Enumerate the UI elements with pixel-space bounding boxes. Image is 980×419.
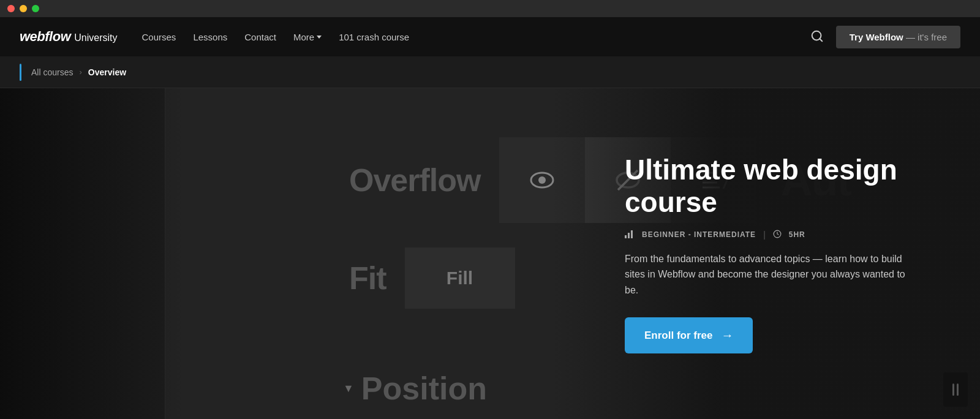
scroll-bar-2 <box>957 383 959 396</box>
title-bar <box>0 0 980 17</box>
ui-position-row: ▼ Position <box>343 370 487 407</box>
svg-rect-11 <box>628 233 630 238</box>
breadcrumb-bar: All courses › Overview <box>0 56 980 88</box>
nav-link-lessons[interactable]: Lessons <box>193 32 227 42</box>
scroll-bar-1 <box>952 383 954 396</box>
scroll-bars <box>952 383 959 396</box>
ui-position-label: Position <box>361 370 487 407</box>
ui-fill-label: Fill <box>447 268 473 289</box>
brand-webflow: webflow <box>20 29 70 45</box>
breadcrumb-current: Overview <box>88 67 126 77</box>
svg-rect-12 <box>631 230 633 238</box>
nav-brand[interactable]: webflow University <box>20 29 118 45</box>
breadcrumb-accent <box>20 64 21 81</box>
svg-point-3 <box>538 176 546 184</box>
ui-dropdown-arrow-icon: ▼ <box>343 382 354 395</box>
bg-left-panel <box>0 88 165 419</box>
traffic-light-green[interactable] <box>32 5 39 12</box>
brand-university: University <box>74 32 117 43</box>
hero-content: Ultimate web design course BEGINNER - IN… <box>551 88 980 419</box>
nav-right: Try Webflow — it's free <box>810 26 960 48</box>
chevron-down-icon <box>317 36 322 39</box>
hero-section: Overflow <box>0 88 980 419</box>
svg-rect-10 <box>625 235 627 238</box>
clock-icon <box>773 230 782 240</box>
ui-fit-label: Fit <box>349 260 386 296</box>
course-description: From the fundamentals to advanced topics… <box>625 251 919 298</box>
enroll-button[interactable]: Enroll for free → <box>625 317 753 353</box>
scroll-indicator <box>943 372 968 407</box>
course-duration: 5HR <box>789 230 805 239</box>
ui-overflow-label: Overflow <box>349 162 481 198</box>
nav-link-crash-course[interactable]: 101 crash course <box>339 32 409 42</box>
svg-line-1 <box>820 39 822 41</box>
nav-link-courses[interactable]: Courses <box>142 32 176 42</box>
breadcrumb-chevron-icon: › <box>79 67 81 77</box>
nav-link-contact[interactable]: Contact <box>244 32 276 42</box>
nav-link-more[interactable]: More <box>293 32 322 42</box>
traffic-light-red[interactable] <box>7 5 15 12</box>
search-icon[interactable] <box>810 29 824 45</box>
enroll-label: Enroll for free <box>644 330 712 342</box>
ui-fill-row: Fit Fill <box>349 247 515 309</box>
level-icon <box>625 230 635 240</box>
course-level: BEGINNER - INTERMEDIATE <box>642 230 756 239</box>
course-title: Ultimate web design course <box>625 154 931 219</box>
try-webflow-button[interactable]: Try Webflow — it's free <box>836 26 960 48</box>
all-courses-link[interactable]: All courses <box>31 67 73 77</box>
navbar: webflow University Courses Lessons Conta… <box>0 17 980 56</box>
meta-divider: | <box>763 230 766 240</box>
course-meta: BEGINNER - INTERMEDIATE | 5HR <box>625 230 931 240</box>
enroll-arrow-icon: → <box>721 328 733 342</box>
ui-fill-box: Fill <box>405 247 515 309</box>
nav-links: Courses Lessons Contact More 101 crash c… <box>142 32 810 42</box>
traffic-light-yellow[interactable] <box>20 5 27 12</box>
